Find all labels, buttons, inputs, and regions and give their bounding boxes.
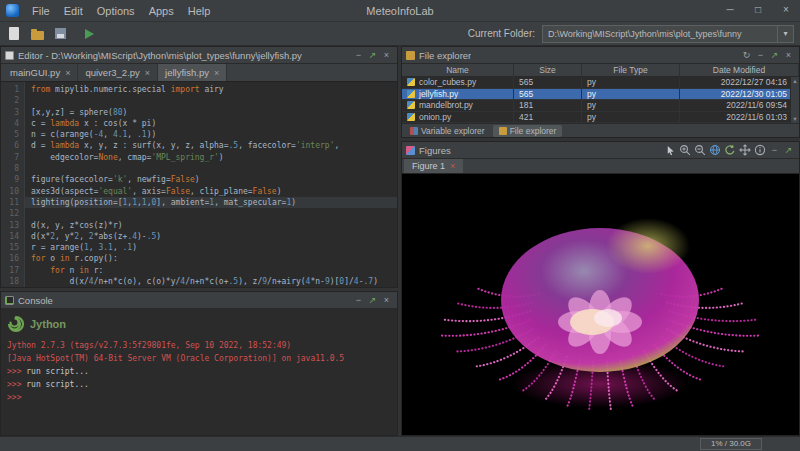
figure-tab[interactable]: Figure 1 × bbox=[404, 159, 463, 173]
pan-icon[interactable] bbox=[738, 143, 752, 157]
float-panel-icon[interactable]: ↗ bbox=[366, 293, 379, 308]
close-panel-icon[interactable]: × bbox=[380, 293, 393, 308]
refresh-icon[interactable]: ↻ bbox=[740, 48, 753, 63]
file-row[interactable]: mandelbrot.py181py2022/11/6 09:54 bbox=[402, 100, 799, 112]
editor-panel-title: Editor - D:\Working\MIScript\Jython\mis\… bbox=[18, 50, 302, 61]
current-folder-combobox[interactable]: D:\Working\MIScript\Jython\mis\plot_type… bbox=[542, 25, 794, 43]
current-folder-value: D:\Working\MIScript\Jython\mis\plot_type… bbox=[543, 29, 777, 39]
code-line: d = lambda x, y, z : surf(x, y, z, alpha… bbox=[25, 140, 397, 151]
float-panel-icon[interactable]: ↗ bbox=[366, 48, 379, 63]
line-number: 11 bbox=[1, 197, 19, 208]
run-script-button[interactable] bbox=[85, 29, 94, 39]
close-window-button[interactable]: × bbox=[772, 0, 800, 22]
line-number: 13 bbox=[1, 220, 19, 231]
vertical-scrollbar[interactable]: ▲ ▼ bbox=[790, 77, 799, 123]
figures-panel: Figures bbox=[401, 141, 800, 436]
new-file-icon bbox=[9, 27, 19, 40]
console-lines: Jython 2.7.3 (tags/v2.7.3:5f29801fe, Sep… bbox=[7, 339, 391, 404]
line-number: 7 bbox=[1, 152, 19, 163]
column-header-file-type[interactable]: File Type bbox=[582, 64, 680, 76]
file-name-cell: onion.py bbox=[402, 112, 514, 123]
code-line: d(x, y, z*cos(z)*r) bbox=[25, 220, 397, 231]
line-number: 9 bbox=[1, 174, 19, 185]
line-number: 16 bbox=[1, 253, 19, 264]
file-size-cell: 181 bbox=[514, 100, 582, 111]
file-type-cell: py bbox=[582, 77, 680, 88]
menu-help[interactable]: Help bbox=[181, 0, 218, 22]
figure-tabs: Figure 1 × bbox=[402, 159, 799, 174]
zoom-out-icon[interactable] bbox=[693, 143, 707, 157]
menu-edit[interactable]: Edit bbox=[57, 0, 90, 22]
file-row[interactable]: color_cubes.py565py2022/12/27 04:16 bbox=[402, 77, 799, 89]
memory-indicator[interactable]: 1% / 30.0G bbox=[700, 438, 762, 450]
line-number: 17 bbox=[1, 265, 19, 276]
file-type-cell: py bbox=[582, 89, 680, 100]
float-panel-icon[interactable]: ↗ bbox=[768, 48, 781, 63]
open-file-button[interactable] bbox=[29, 26, 45, 42]
line-number: 4 bbox=[1, 118, 19, 129]
minimize-panel-icon[interactable]: − bbox=[352, 48, 365, 63]
editor-tab[interactable]: mainGUI.py× bbox=[3, 64, 78, 81]
figures-panel-title: Figures bbox=[419, 145, 451, 156]
tab-variable-explorer[interactable]: Variable explorer bbox=[404, 125, 491, 137]
status-bar: 1% / 30.0G bbox=[0, 436, 800, 451]
line-number: 15 bbox=[1, 242, 19, 253]
editor-panel-header: Editor - D:\Working\MIScript\Jython\mis\… bbox=[1, 47, 397, 64]
editor-tab[interactable]: quiver3_2.py× bbox=[78, 64, 158, 81]
chevron-down-icon[interactable]: ▾ bbox=[777, 26, 793, 42]
file-name-cell: jellyfish.py bbox=[402, 89, 514, 100]
rotate-icon[interactable] bbox=[723, 143, 737, 157]
console-line: >>> run script... bbox=[7, 365, 391, 378]
scroll-up-icon[interactable]: ▲ bbox=[792, 78, 797, 84]
code-editor[interactable]: 123456789101112131415161718 from mipylib… bbox=[1, 82, 397, 287]
file-row[interactable]: jellyfish.py565py2022/12/30 01:05 bbox=[402, 89, 799, 101]
left-column: Editor - D:\Working\MIScript\Jython\mis\… bbox=[0, 46, 398, 436]
figure-canvas[interactable] bbox=[402, 174, 799, 435]
main-toolbar: Current Folder: D:\Working\MIScript\Jyth… bbox=[0, 22, 800, 46]
menu-options[interactable]: Options bbox=[90, 0, 142, 22]
close-panel-icon[interactable]: × bbox=[380, 48, 393, 63]
close-panel-icon[interactable]: × bbox=[782, 48, 795, 63]
column-header-size[interactable]: Size bbox=[514, 64, 582, 76]
tab-file-explorer[interactable]: File explorer bbox=[493, 125, 563, 137]
figures-panel-header: Figures bbox=[402, 142, 799, 159]
tab-close-icon[interactable]: × bbox=[145, 68, 150, 78]
menu-file[interactable]: File bbox=[25, 0, 57, 22]
console-line: [Java HotSpot(TM) 64-Bit Server VM (Orac… bbox=[7, 352, 391, 365]
column-header-date-modified[interactable]: Date Modified bbox=[680, 64, 799, 76]
console-output[interactable]: Jython Jython 2.7.3 (tags/v2.7.3:5f29801… bbox=[1, 309, 397, 435]
save-file-button[interactable] bbox=[52, 26, 68, 42]
menu-apps[interactable]: Apps bbox=[142, 0, 181, 22]
zoom-in-icon[interactable] bbox=[678, 143, 692, 157]
code-line: c = lambda x : cos(x * pi) bbox=[25, 118, 397, 129]
editor-tab-label: mainGUI.py bbox=[10, 67, 60, 78]
minimize-panel-icon[interactable]: − bbox=[768, 143, 781, 158]
minimize-panel-icon[interactable]: − bbox=[754, 48, 767, 63]
minimize-window-button[interactable]: ─ bbox=[716, 0, 744, 22]
maximize-window-button[interactable]: □ bbox=[744, 0, 772, 22]
float-panel-icon[interactable]: ↗ bbox=[782, 143, 795, 158]
info-icon[interactable] bbox=[753, 143, 767, 157]
files-icon bbox=[499, 127, 507, 135]
scroll-down-icon[interactable]: ▼ bbox=[792, 116, 797, 122]
editor-tab[interactable]: jellyfish.py× bbox=[158, 64, 227, 81]
console-panel-header: Console − ↗ × bbox=[1, 292, 397, 309]
column-header-name[interactable]: Name bbox=[402, 64, 514, 76]
line-number: 14 bbox=[1, 231, 19, 242]
console-line: >>> run script... bbox=[7, 378, 391, 391]
tab-close-icon[interactable]: × bbox=[450, 161, 455, 171]
tab-close-icon[interactable]: × bbox=[65, 68, 70, 78]
tab-close-icon[interactable]: × bbox=[214, 68, 219, 78]
jython-logo-icon bbox=[7, 315, 25, 333]
code-line: r = arange(1, 3.1, .1) bbox=[25, 242, 397, 253]
console-panel-buttons: − ↗ × bbox=[352, 293, 393, 308]
select-cursor-icon[interactable] bbox=[663, 143, 677, 157]
line-number: 18 bbox=[1, 276, 19, 287]
code-line: figure(facecolor='k', newfig=False) bbox=[25, 174, 397, 185]
file-row[interactable]: onion.py421py2022/11/6 01:03 bbox=[402, 112, 799, 124]
explorer-bottom-tabs: Variable explorerFile explorer bbox=[402, 123, 799, 137]
globe-icon[interactable] bbox=[708, 143, 722, 157]
line-number: 8 bbox=[1, 163, 19, 174]
minimize-panel-icon[interactable]: − bbox=[352, 293, 365, 308]
new-file-button[interactable] bbox=[6, 26, 22, 42]
